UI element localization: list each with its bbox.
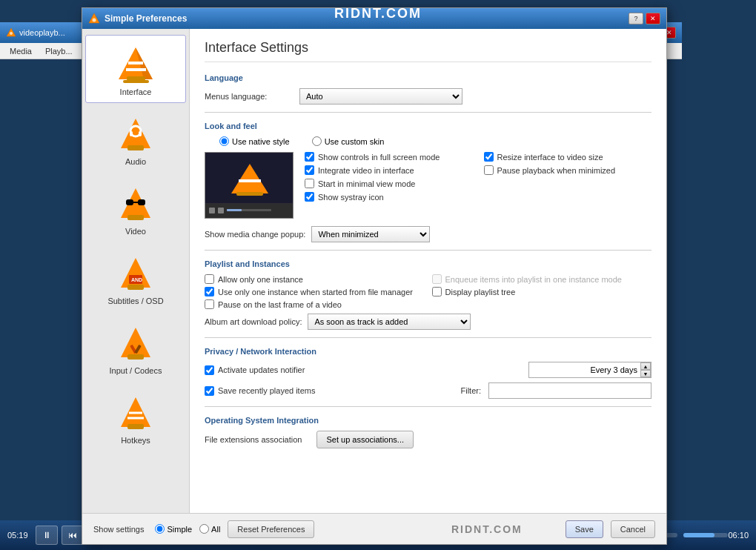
sidebar-item-hotkeys[interactable]: Hotkeys	[85, 383, 186, 451]
file-ext-label: File extensions association	[205, 435, 302, 444]
spinner-buttons: ▲ ▼	[640, 362, 651, 377]
preview-control-svg	[208, 205, 282, 216]
all-radio[interactable]	[199, 524, 209, 534]
systray-check[interactable]	[305, 192, 314, 202]
all-radio-option[interactable]: All	[199, 524, 220, 534]
enqueue-check	[432, 274, 442, 284]
preview-controls	[205, 203, 293, 218]
svg-point-3	[93, 19, 96, 22]
dialog-content: Interface Audio	[82, 29, 666, 513]
checkbox-one-instance: Allow only one instance	[205, 274, 425, 284]
spinner-down-btn[interactable]: ▼	[640, 370, 651, 377]
album-art-label: Album art download policy:	[205, 317, 302, 326]
preview-svg	[205, 153, 294, 205]
taskbar-time-right: 06:10	[728, 531, 749, 540]
updates-row: Activate updates notifier ▲ ▼	[205, 362, 651, 378]
svg-rect-11	[127, 145, 144, 150]
menus-language-select[interactable]: Auto English French German	[299, 88, 462, 105]
reset-preferences-btn[interactable]: Reset Preferences	[228, 520, 314, 538]
divider-4	[205, 406, 651, 407]
simple-radio[interactable]	[155, 524, 165, 534]
one-instance-fm-check[interactable]	[205, 287, 214, 296]
pause-minimized-check[interactable]	[484, 165, 494, 175]
checkbox-enqueue: Enqueue items into playlist in one insta…	[432, 274, 652, 284]
svg-rect-16	[127, 215, 144, 220]
pause-last-check[interactable]	[205, 299, 214, 309]
updates-interval-spinner: ▲ ▼	[528, 362, 651, 378]
cancel-btn[interactable]: Cancel	[611, 520, 655, 538]
pause-btn[interactable]: ⏸	[36, 526, 58, 545]
playlist-tree-check[interactable]	[432, 287, 442, 296]
svg-rect-17	[126, 199, 133, 205]
sidebar-label-audio: Audio	[125, 157, 146, 166]
updates-interval-input[interactable]	[529, 362, 640, 377]
playlist-checkboxes: Allow only one instance Enqueue items in…	[205, 274, 651, 309]
checkbox-pause-last: Pause on the last frame of a video	[205, 299, 425, 309]
updates-notifier-check[interactable]	[205, 365, 214, 375]
section-playlist: Playlist and Instances	[205, 259, 651, 268]
taskbar-time-left: 05:19	[7, 531, 28, 540]
native-style-radio[interactable]	[219, 136, 229, 146]
divider-1	[205, 112, 651, 113]
main-panel: Interface Settings Language Menus langua…	[190, 29, 666, 513]
checkbox-resize: Resize interface to video size	[484, 152, 652, 162]
fullscreen-controls-check[interactable]	[305, 152, 314, 162]
checkboxes-right: Resize interface to video size Pause pla…	[484, 152, 652, 219]
dialog-title-area: Simple Preferences	[88, 13, 187, 24]
sidebar-item-audio[interactable]: Audio	[85, 105, 186, 173]
dialog-title-text: Simple Preferences	[105, 13, 187, 24]
recently-played-check[interactable]	[205, 386, 214, 396]
divider-3	[205, 337, 651, 338]
panel-title: Interface Settings	[205, 40, 651, 62]
dialog-help-btn[interactable]: ?	[629, 13, 643, 24]
audio-svg	[117, 115, 154, 152]
preferences-dialog: Simple Preferences ? ✕	[82, 7, 667, 545]
spinner-up-btn[interactable]: ▲	[640, 362, 651, 370]
section-privacy: Privacy / Network Interaction	[205, 347, 651, 356]
popup-select[interactable]: Never When minimized Always	[311, 226, 430, 242]
svg-rect-36	[209, 208, 215, 213]
subtitles-svg: AND	[117, 254, 154, 291]
album-art-select[interactable]: Never As soon as track is added Every 3 …	[308, 314, 471, 330]
custom-skin-option[interactable]: Use custom skin	[312, 136, 385, 146]
native-style-option[interactable]: Use native style	[219, 136, 290, 146]
dialog-close-btn[interactable]: ✕	[646, 13, 660, 24]
volume-bar[interactable]	[683, 533, 728, 537]
integrate-video-check[interactable]	[305, 165, 314, 175]
audio-icon	[113, 111, 158, 156]
video-svg	[117, 185, 154, 222]
popup-label: Show media change popup:	[205, 230, 305, 239]
setup-associations-btn[interactable]: Set up associations...	[316, 431, 414, 448]
resize-interface-check[interactable]	[484, 152, 494, 162]
input-svg	[117, 324, 154, 361]
recently-played-row: Save recently played items Filter:	[205, 382, 651, 399]
section-language: Language	[205, 73, 651, 82]
interface-cone-svg	[116, 44, 156, 85]
minimal-view-check[interactable]	[305, 179, 314, 188]
bg-menu-media[interactable]: Media	[4, 45, 38, 57]
filter-input[interactable]	[488, 382, 651, 399]
prev-btn[interactable]: ⏮	[62, 526, 84, 545]
hotkeys-svg	[117, 394, 154, 431]
hotkeys-icon	[113, 390, 158, 434]
sidebar-item-interface[interactable]: Interface	[85, 35, 186, 103]
preview-area: Show controls in full screen mode Integr…	[205, 152, 651, 219]
bg-menu-playback[interactable]: Playb...	[39, 45, 79, 57]
save-btn[interactable]: Save	[566, 520, 603, 538]
sidebar-item-subtitles[interactable]: AND Subtitles / OSD	[85, 244, 186, 312]
checkbox-minimal: Start in minimal view mode	[305, 179, 473, 188]
svg-rect-35	[236, 192, 263, 196]
simple-radio-option[interactable]: Simple	[155, 524, 192, 534]
checkbox-updates: Activate updates notifier	[205, 365, 521, 375]
custom-skin-radio[interactable]	[312, 136, 322, 146]
watermark: RIDNT.COM	[334, 6, 422, 21]
style-radio-group: Use native style Use custom skin	[219, 136, 651, 146]
subtitles-icon: AND	[113, 251, 158, 295]
one-instance-check[interactable]	[205, 274, 214, 284]
svg-rect-18	[138, 199, 145, 205]
filter-label: Filter:	[461, 386, 482, 395]
sidebar-item-input[interactable]: Input / Codecs	[85, 314, 186, 382]
sidebar-item-video[interactable]: Video	[85, 174, 186, 242]
checkbox-systray: Show systray icon	[305, 192, 473, 202]
popup-row: Show media change popup: Never When mini…	[205, 226, 651, 242]
